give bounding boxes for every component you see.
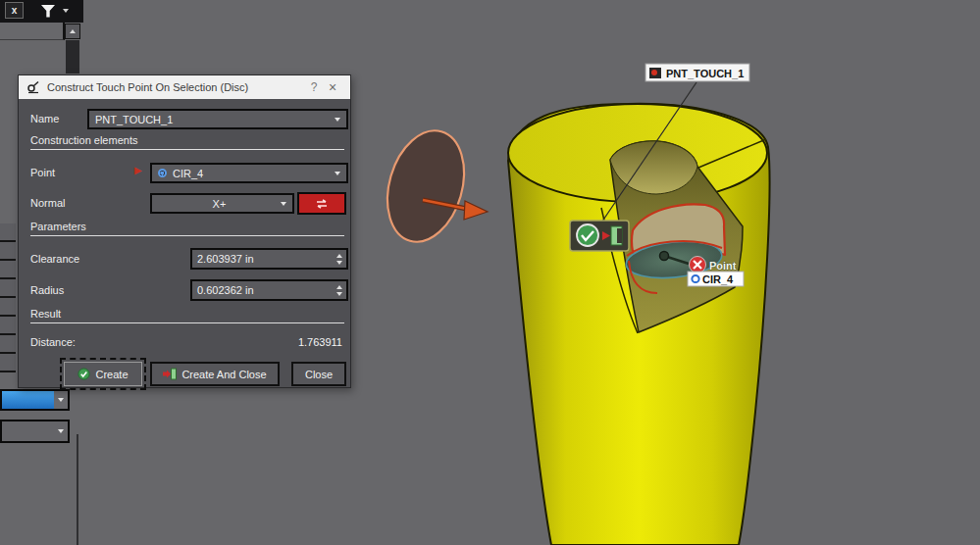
- filter-icon[interactable]: [40, 4, 56, 19]
- clearance-value: 2.603937 in: [192, 250, 333, 268]
- point-label: Point: [30, 163, 55, 183]
- svg-text:PNT_TOUCH_1: PNT_TOUCH_1: [666, 68, 744, 79]
- chevron-down-icon: [281, 202, 286, 206]
- up-arrow-icon: [70, 29, 76, 33]
- close-button[interactable]: Close: [291, 362, 346, 386]
- create-and-close-button[interactable]: Create And Close: [150, 362, 280, 386]
- touch-point-label: PNT_TOUCH_1: [645, 64, 749, 81]
- construct-touch-point-dialog: Construct Touch Point On Selection (Disc…: [18, 74, 351, 388]
- list-item: [0, 317, 16, 335]
- spinner-arrows[interactable]: [333, 281, 346, 299]
- toolbar-close-button[interactable]: x: [5, 2, 24, 19]
- touch-probe-icon: [26, 80, 40, 94]
- chevron-down-icon: [54, 391, 68, 409]
- svg-text:Point: Point: [709, 260, 737, 272]
- application-window: PNT_TOUCH_1 Point CIR_4 x: [0, 0, 980, 545]
- pane-divider: [77, 434, 78, 545]
- list-item: [0, 298, 16, 317]
- normal-value: X+: [158, 198, 281, 210]
- chevron-down-icon: [335, 172, 340, 175]
- obscured-panel-rows: [0, 223, 16, 372]
- circle-feature-icon: [158, 169, 167, 177]
- radius-field[interactable]: 0.602362 in: [190, 279, 348, 301]
- dialog-title: Construct Touch Point On Selection (Disc…: [47, 81, 305, 93]
- point-value: CIR_4: [173, 168, 203, 179]
- dropdown-row[interactable]: [0, 420, 70, 443]
- list-item: [0, 335, 16, 354]
- close-icon[interactable]: ×: [323, 79, 342, 95]
- filter-dropdown-caret[interactable]: [63, 9, 69, 13]
- list-item: [0, 279, 16, 298]
- help-button[interactable]: ?: [305, 80, 323, 94]
- name-label: Name: [30, 109, 59, 129]
- list-item: [0, 242, 16, 261]
- radius-value: 0.602362 in: [192, 281, 333, 299]
- scrollbar-up-button[interactable]: [65, 24, 80, 39]
- normal-label: Normal: [30, 193, 65, 214]
- circle-feature-label: CIR_4: [688, 272, 744, 286]
- distance-label: Distance:: [30, 332, 76, 353]
- panel-header-strip: [0, 23, 65, 40]
- chevron-down-icon: [54, 421, 68, 441]
- required-field-arrow-icon: ▶: [134, 165, 142, 175]
- create-and-close-label: Create And Close: [181, 369, 266, 380]
- flip-normal-button[interactable]: [297, 192, 346, 215]
- viewport-quick-actions: [570, 221, 629, 251]
- cylinder-model[interactable]: [508, 104, 770, 545]
- list-item: [0, 223, 16, 242]
- mini-toolbar: x: [0, 0, 83, 23]
- section-parameters: Parameters: [30, 221, 344, 236]
- name-combo[interactable]: PNT_TOUCH_1: [87, 109, 348, 129]
- point-combo[interactable]: CIR_4: [150, 163, 348, 183]
- create-and-close-icon: [163, 368, 177, 380]
- quick-create-button[interactable]: [577, 224, 598, 246]
- construction-disc[interactable]: [375, 122, 488, 251]
- point-badge: Point: [690, 257, 737, 273]
- radius-label: Radius: [30, 280, 64, 301]
- normal-combo[interactable]: X+: [150, 193, 294, 214]
- selected-dropdown-row[interactable]: [0, 389, 70, 411]
- list-item: [0, 261, 16, 279]
- spinner-arrows[interactable]: [333, 250, 346, 268]
- create-button[interactable]: Create: [64, 362, 142, 386]
- swap-arrows-icon: [314, 199, 330, 209]
- chevron-down-icon: [335, 118, 340, 122]
- list-item: [0, 354, 16, 372]
- clearance-field[interactable]: 2.603937 in: [190, 248, 348, 270]
- close-button-label: Close: [305, 369, 333, 380]
- svg-text:CIR_4: CIR_4: [702, 273, 734, 285]
- check-circle-icon: [77, 368, 90, 380]
- selection-highlight: [2, 391, 54, 409]
- dialog-titlebar[interactable]: Construct Touch Point On Selection (Disc…: [19, 75, 350, 99]
- section-result: Result: [30, 308, 344, 323]
- name-value: PNT_TOUCH_1: [95, 114, 173, 125]
- scrollbar-track[interactable]: [66, 40, 79, 74]
- clearance-label: Clearance: [30, 249, 79, 270]
- section-construction-elements: Construction elements: [30, 134, 344, 150]
- distance-value: 1.763911: [298, 332, 342, 353]
- create-button-label: Create: [95, 369, 128, 380]
